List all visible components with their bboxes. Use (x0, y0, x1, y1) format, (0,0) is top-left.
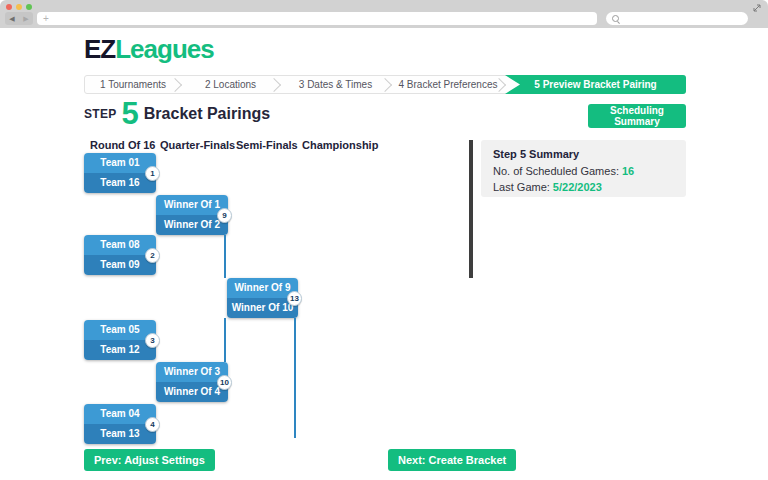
step-number: 5 (122, 99, 139, 129)
game-number-badge: 4 (145, 417, 160, 432)
tab-label: 5 Preview Bracket Pairing (534, 79, 656, 90)
bracket-connector (294, 318, 296, 438)
matchup-game-3: Team 05 Team 12 3 (84, 320, 156, 360)
chevron-right-icon (168, 78, 182, 92)
game-number-badge: 3 (145, 333, 160, 348)
search-icon (612, 15, 619, 22)
url-bar[interactable]: + (37, 12, 597, 25)
matchup-game-2: Team 08 Team 09 2 (84, 235, 156, 275)
zoom-button[interactable] (26, 4, 32, 10)
search-input[interactable] (606, 12, 748, 25)
prev-button[interactable]: Prev: Adjust Settings (84, 449, 215, 471)
chevron-right-icon (378, 78, 392, 92)
game-number-badge: 2 (145, 248, 160, 263)
column-header-quarter-finals: Quarter-Finals (160, 139, 235, 151)
game-number-badge: 9 (217, 208, 232, 223)
tab-label: 4 Bracket Preferences (399, 79, 498, 90)
scheduling-summary-button[interactable]: Scheduling Summary (588, 104, 686, 128)
close-button[interactable] (6, 4, 12, 10)
scheduled-games-line: No. of Scheduled Games:16 (493, 165, 674, 177)
game-number-badge: 10 (217, 375, 232, 390)
bracket-connector (224, 235, 226, 278)
tab-locations[interactable]: 2 Locations (181, 76, 280, 93)
app-logo: EZLeagues (84, 34, 214, 65)
game-number-badge: 13 (287, 291, 302, 306)
matchup-game-13: Winner Of 9 Winner Of 10 13 (227, 278, 298, 318)
tab-label: 2 Locations (205, 79, 256, 90)
step-title: Bracket Pairings (144, 105, 270, 123)
logo-part-leagues: Leagues (115, 34, 214, 64)
tab-tournaments[interactable]: 1 Tournaments (85, 76, 181, 93)
step-word: STEP (84, 107, 117, 121)
step-summary-panel: Step 5 Summary No. of Scheduled Games:16… (481, 140, 686, 197)
vertical-divider (469, 140, 473, 278)
resize-icon[interactable] (752, 3, 762, 13)
browser-window: ◀ ▶ + EZLeagues 1 Tournaments 2 Location… (0, 0, 768, 480)
minimize-button[interactable] (16, 4, 22, 10)
bracket-connector (224, 318, 226, 362)
forward-icon[interactable]: ▶ (23, 12, 28, 25)
logo-part-ez: EZ (84, 34, 115, 64)
tab-dates-times[interactable]: 3 Dates & Times (280, 76, 391, 93)
last-game-label: Last Game: (493, 181, 550, 193)
page-title: STEP 5 Bracket Pairings (84, 99, 270, 129)
last-game-line: Last Game:5/22/2023 (493, 181, 674, 193)
matchup-game-10: Winner Of 3 Winner Of 4 10 (156, 362, 228, 402)
column-header-round-of-16: Round Of 16 (90, 139, 155, 151)
tab-label: 1 Tournaments (100, 79, 166, 90)
scheduled-games-value: 16 (622, 165, 634, 177)
plus-icon: + (43, 12, 49, 25)
matchup-game-4: Team 04 Team 13 4 (84, 404, 156, 444)
nav-buttons: ◀ ▶ (5, 12, 33, 25)
game-number-badge: 1 (145, 166, 160, 181)
tab-bracket-preferences[interactable]: 4 Bracket Preferences (391, 76, 505, 93)
summary-title: Step 5 Summary (493, 148, 674, 160)
matchup-game-1: Team 01 Team 16 1 (84, 153, 156, 193)
chevron-right-icon (267, 78, 281, 92)
step-wizard: 1 Tournaments 2 Locations 3 Dates & Time… (84, 75, 686, 94)
matchup-game-9: Winner Of 1 Winner Of 2 9 (156, 195, 228, 235)
tab-preview-bracket-pairing[interactable]: 5 Preview Bracket Pairing (505, 75, 686, 94)
window-controls (6, 4, 32, 10)
column-header-semi-finals: Semi-Finals (236, 139, 298, 151)
browser-chrome: ◀ ▶ + (0, 0, 768, 28)
tab-label: 3 Dates & Times (299, 79, 372, 90)
next-button[interactable]: Next: Create Bracket (388, 449, 516, 471)
column-header-championship: Championship (302, 139, 378, 151)
back-icon[interactable]: ◀ (9, 12, 14, 25)
last-game-value: 5/22/2023 (553, 181, 602, 193)
scheduled-games-label: No. of Scheduled Games: (493, 165, 619, 177)
